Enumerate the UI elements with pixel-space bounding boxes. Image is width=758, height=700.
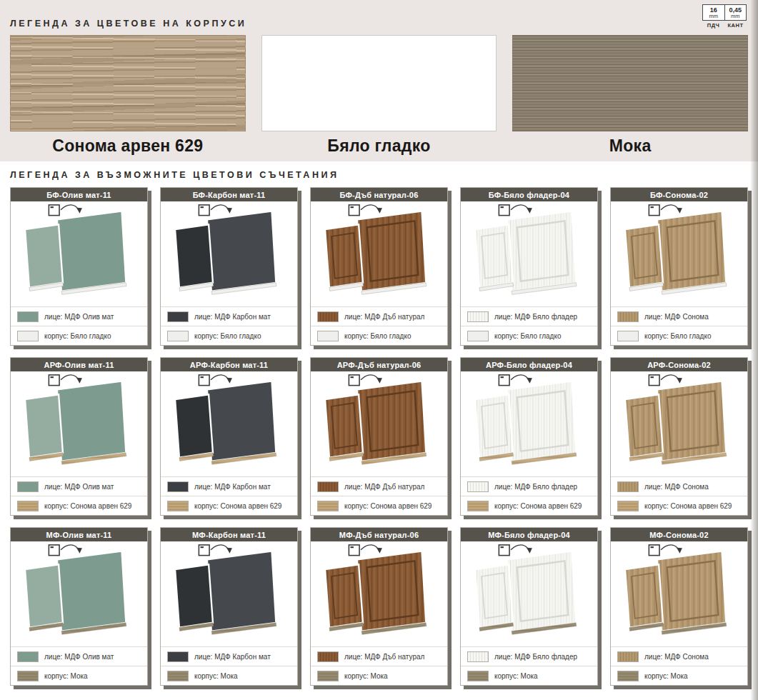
combo-card-title: БФ-Олив мат-11 [11, 188, 147, 201]
face-swatch [467, 311, 489, 322]
body-swatch [467, 671, 489, 681]
combo-cards-grid: БФ-Олив мат-11лице: МДФ Олив маткорпус: … [10, 187, 748, 686]
face-label: лице: МДФ Карбон мат [194, 653, 271, 661]
card-legend: лице: МДФ Карбон маткорпус: Сонома арвен… [161, 476, 297, 515]
face-label: лице: МДФ Олив мат [44, 653, 114, 661]
face-label: лице: МДФ Дъб натурал [344, 313, 424, 321]
body-label: корпус: Бяло гладко [194, 332, 261, 340]
card-legend: лице: МДФ Олив маткорпус: Бяло гладко [11, 306, 147, 345]
combo-card: АРФ-Олив мат-11лице: МДФ Олив маткорпус:… [10, 357, 148, 516]
card-legend: лице: МДФ Сономакорпус: Бяло гладко [611, 306, 747, 345]
body-swatch [317, 671, 339, 681]
body-legend-row: корпус: Сонома арвен 629 [161, 496, 297, 515]
combo-card: БФ-Сонома-02лице: МДФ Сономакорпус: Бяло… [610, 187, 748, 346]
moka-swatch [512, 35, 748, 131]
door-panels-illustration [461, 371, 597, 476]
face-label: лице: МДФ Карбон мат [194, 313, 271, 321]
face-swatch [317, 311, 339, 322]
face-legend-row: лице: МДФ Дъб натурал [311, 306, 447, 326]
combo-card-title: МФ-Дъб натурал-06 [311, 528, 447, 541]
body-legend-row: корпус: Бяло гладко [11, 326, 147, 345]
face-swatch [617, 651, 639, 662]
body-label: корпус: Мока [194, 672, 238, 680]
swatch-block-sonoma-arven: Сонома арвен 629 [10, 35, 246, 156]
body-legend-row: корпус: Сонома арвен 629 [311, 496, 447, 515]
body-swatches-row: Сонома арвен 629 Бяло гладко Мока [10, 35, 748, 156]
body-swatch [167, 671, 189, 681]
pdch-unit: mm [704, 14, 724, 19]
body-label: корпус: Сонома арвен 629 [44, 502, 131, 510]
swatch-block-moka: Мока [512, 35, 748, 156]
card-legend: лице: МДФ Дъб натуралкорпус: Сонома арве… [311, 476, 447, 515]
face-legend-row: лице: МДФ Бяло фладер [461, 476, 597, 496]
body-swatch [617, 671, 639, 681]
body-swatch [17, 331, 39, 341]
door-panels-svg [611, 541, 747, 646]
body-legend-row: корпус: Мока [611, 666, 747, 685]
face-swatch [317, 481, 339, 492]
body-swatch [617, 501, 639, 511]
card-legend: лице: МДФ Карбон маткорпус: Бяло гладко [161, 306, 297, 345]
face-legend-row: лице: МДФ Дъб натурал [311, 646, 447, 666]
door-panels-illustration [161, 201, 297, 306]
body-swatch [467, 331, 489, 341]
face-label: лице: МДФ Сонома [644, 653, 709, 661]
catalog-page: 16 mm 0,45 mm ПДЧ КАНТ ЛЕГЕНДА ЗА ЦВЕТОВ… [0, 0, 758, 700]
face-swatch [17, 481, 39, 492]
combo-card-title: БФ-Дъб натурал-06 [311, 188, 447, 201]
body-label: корпус: Бяло гладко [644, 332, 711, 340]
body-label: корпус: Сонома арвен 629 [194, 502, 281, 510]
card-legend: лице: МДФ Бяло фладеркорпус: Сонома арве… [461, 476, 597, 515]
body-label: корпус: Мока [44, 672, 88, 680]
door-panels-illustration [311, 201, 447, 306]
face-legend-row: лице: МДФ Карбон мат [161, 306, 297, 326]
face-swatch [467, 651, 489, 662]
face-legend-row: лице: МДФ Бяло фладер [461, 306, 597, 326]
sonoma-arven-name: Сонома арвен 629 [10, 136, 246, 156]
combo-card: АРФ-Бяло фладер-04лице: МДФ Бяло фладерк… [460, 357, 598, 516]
face-swatch [317, 651, 339, 662]
combo-card: МФ-Дъб натурал-06лице: МДФ Дъб натуралко… [310, 527, 448, 686]
kant-thickness-cell: 0,45 mm [724, 5, 747, 20]
bodies-legend-title: ЛЕГЕНДА ЗА ЦВЕТОВЕ НА КОРПУСИ [10, 19, 748, 29]
combo-card-title: БФ-Сонома-02 [611, 188, 747, 201]
card-legend: лице: МДФ Дъб натуралкорпус: Мока [311, 646, 447, 685]
door-panels-illustration [311, 371, 447, 476]
face-label: лице: МДФ Олив мат [44, 313, 114, 321]
face-label: лице: МДФ Дъб натурал [344, 653, 424, 661]
card-legend: лице: МДФ Карбон маткорпус: Мока [161, 646, 297, 685]
door-panels-svg [161, 371, 297, 476]
door-panels-svg [461, 201, 597, 306]
card-legend: лице: МДФ Олив маткорпус: Мока [11, 646, 147, 685]
combos-title: ЛЕГЕНДА ЗА ВЪЗМОЖНИТЕ ЦВЕТОВИ СЪЧЕТАНИЯ [10, 170, 748, 180]
face-label: лице: МДФ Сонома [644, 483, 709, 491]
combo-card-title: АРФ-Олив мат-11 [11, 358, 147, 371]
body-legend-row: корпус: Мока [311, 666, 447, 685]
body-swatch [17, 671, 39, 681]
door-panels-svg [11, 371, 147, 476]
face-label: лице: МДФ Бяло фладер [494, 483, 577, 491]
face-legend-row: лице: МДФ Карбон мат [161, 646, 297, 666]
body-swatch [167, 501, 189, 511]
face-swatch [467, 481, 489, 492]
face-legend-row: лице: МДФ Олив мат [11, 476, 147, 496]
spec-labels: ПДЧ КАНТ [702, 22, 747, 29]
combo-card-title: МФ-Олив мат-11 [11, 528, 147, 541]
card-legend: лице: МДФ Сономакорпус: Сонома арвен 629 [611, 476, 747, 515]
door-panels-svg [11, 201, 147, 306]
door-panels-illustration [611, 371, 747, 476]
face-legend-row: лице: МДФ Сонома [611, 646, 747, 666]
body-label: корпус: Мока [644, 672, 688, 680]
white-swatch [261, 35, 497, 131]
body-legend-row: корпус: Мока [11, 666, 147, 685]
door-panels-illustration [11, 371, 147, 476]
body-swatch [467, 501, 489, 511]
body-legend-row: корпус: Бяло гладко [461, 326, 597, 345]
body-legend-row: корпус: Бяло гладко [311, 326, 447, 345]
combo-card: МФ-Сонома-02лице: МДФ Сономакорпус: Мока [610, 527, 748, 686]
face-label: лице: МДФ Бяло фладер [494, 313, 577, 321]
face-swatch [17, 311, 39, 322]
body-label: корпус: Сонома арвен 629 [344, 502, 432, 510]
combo-card: МФ-Олив мат-11лице: МДФ Олив маткорпус: … [10, 527, 148, 686]
face-swatch [617, 311, 639, 322]
